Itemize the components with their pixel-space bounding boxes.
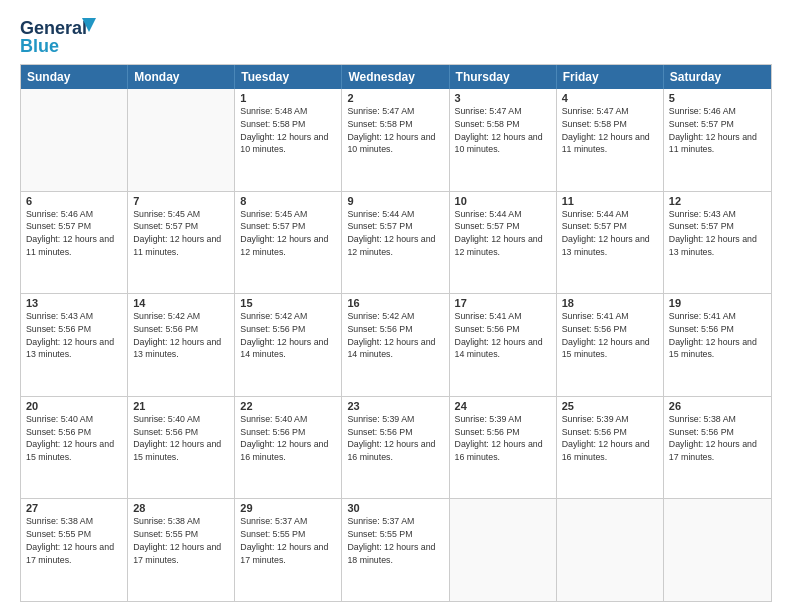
weekday-header: Wednesday [342, 65, 449, 89]
cell-detail: Sunrise: 5:40 AMSunset: 5:56 PMDaylight:… [240, 413, 336, 464]
day-number: 12 [669, 195, 766, 207]
day-number: 3 [455, 92, 551, 104]
calendar-cell: 16Sunrise: 5:42 AMSunset: 5:56 PMDayligh… [342, 294, 449, 396]
calendar-cell: 23Sunrise: 5:39 AMSunset: 5:56 PMDayligh… [342, 397, 449, 499]
day-number: 4 [562, 92, 658, 104]
calendar-cell [557, 499, 664, 601]
calendar-cell: 12Sunrise: 5:43 AMSunset: 5:57 PMDayligh… [664, 192, 771, 294]
day-number: 13 [26, 297, 122, 309]
calendar-cell: 18Sunrise: 5:41 AMSunset: 5:56 PMDayligh… [557, 294, 664, 396]
day-number: 29 [240, 502, 336, 514]
cell-detail: Sunrise: 5:42 AMSunset: 5:56 PMDaylight:… [240, 310, 336, 361]
cell-detail: Sunrise: 5:38 AMSunset: 5:55 PMDaylight:… [133, 515, 229, 566]
weekday-header: Friday [557, 65, 664, 89]
calendar-cell: 9Sunrise: 5:44 AMSunset: 5:57 PMDaylight… [342, 192, 449, 294]
calendar-cell: 13Sunrise: 5:43 AMSunset: 5:56 PMDayligh… [21, 294, 128, 396]
logo: GeneralBlue [20, 16, 100, 56]
calendar-row: 13Sunrise: 5:43 AMSunset: 5:56 PMDayligh… [21, 293, 771, 396]
calendar: SundayMondayTuesdayWednesdayThursdayFrid… [20, 64, 772, 602]
calendar-cell: 28Sunrise: 5:38 AMSunset: 5:55 PMDayligh… [128, 499, 235, 601]
weekday-header: Saturday [664, 65, 771, 89]
cell-detail: Sunrise: 5:39 AMSunset: 5:56 PMDaylight:… [455, 413, 551, 464]
calendar-row: 27Sunrise: 5:38 AMSunset: 5:55 PMDayligh… [21, 498, 771, 601]
svg-text:General: General [20, 18, 87, 38]
calendar-cell: 24Sunrise: 5:39 AMSunset: 5:56 PMDayligh… [450, 397, 557, 499]
logo-svg: GeneralBlue [20, 16, 100, 56]
day-number: 11 [562, 195, 658, 207]
cell-detail: Sunrise: 5:41 AMSunset: 5:56 PMDaylight:… [455, 310, 551, 361]
calendar-cell: 4Sunrise: 5:47 AMSunset: 5:58 PMDaylight… [557, 89, 664, 191]
calendar-cell: 25Sunrise: 5:39 AMSunset: 5:56 PMDayligh… [557, 397, 664, 499]
day-number: 21 [133, 400, 229, 412]
cell-detail: Sunrise: 5:43 AMSunset: 5:56 PMDaylight:… [26, 310, 122, 361]
page-header: GeneralBlue [20, 16, 772, 56]
day-number: 7 [133, 195, 229, 207]
day-number: 15 [240, 297, 336, 309]
day-number: 23 [347, 400, 443, 412]
calendar-cell: 17Sunrise: 5:41 AMSunset: 5:56 PMDayligh… [450, 294, 557, 396]
weekday-header: Tuesday [235, 65, 342, 89]
cell-detail: Sunrise: 5:39 AMSunset: 5:56 PMDaylight:… [347, 413, 443, 464]
calendar-header: SundayMondayTuesdayWednesdayThursdayFrid… [21, 65, 771, 89]
cell-detail: Sunrise: 5:39 AMSunset: 5:56 PMDaylight:… [562, 413, 658, 464]
weekday-header: Thursday [450, 65, 557, 89]
calendar-cell: 3Sunrise: 5:47 AMSunset: 5:58 PMDaylight… [450, 89, 557, 191]
cell-detail: Sunrise: 5:37 AMSunset: 5:55 PMDaylight:… [347, 515, 443, 566]
cell-detail: Sunrise: 5:42 AMSunset: 5:56 PMDaylight:… [347, 310, 443, 361]
day-number: 2 [347, 92, 443, 104]
day-number: 30 [347, 502, 443, 514]
svg-text:Blue: Blue [20, 36, 59, 56]
day-number: 24 [455, 400, 551, 412]
calendar-body: 1Sunrise: 5:48 AMSunset: 5:58 PMDaylight… [21, 89, 771, 601]
calendar-cell: 26Sunrise: 5:38 AMSunset: 5:56 PMDayligh… [664, 397, 771, 499]
day-number: 17 [455, 297, 551, 309]
day-number: 1 [240, 92, 336, 104]
calendar-cell: 6Sunrise: 5:46 AMSunset: 5:57 PMDaylight… [21, 192, 128, 294]
day-number: 8 [240, 195, 336, 207]
calendar-cell [664, 499, 771, 601]
day-number: 19 [669, 297, 766, 309]
calendar-cell [128, 89, 235, 191]
calendar-cell: 27Sunrise: 5:38 AMSunset: 5:55 PMDayligh… [21, 499, 128, 601]
cell-detail: Sunrise: 5:48 AMSunset: 5:58 PMDaylight:… [240, 105, 336, 156]
day-number: 16 [347, 297, 443, 309]
day-number: 6 [26, 195, 122, 207]
day-number: 25 [562, 400, 658, 412]
cell-detail: Sunrise: 5:41 AMSunset: 5:56 PMDaylight:… [562, 310, 658, 361]
cell-detail: Sunrise: 5:37 AMSunset: 5:55 PMDaylight:… [240, 515, 336, 566]
day-number: 20 [26, 400, 122, 412]
calendar-cell: 29Sunrise: 5:37 AMSunset: 5:55 PMDayligh… [235, 499, 342, 601]
cell-detail: Sunrise: 5:38 AMSunset: 5:56 PMDaylight:… [669, 413, 766, 464]
day-number: 10 [455, 195, 551, 207]
cell-detail: Sunrise: 5:44 AMSunset: 5:57 PMDaylight:… [562, 208, 658, 259]
cell-detail: Sunrise: 5:46 AMSunset: 5:57 PMDaylight:… [26, 208, 122, 259]
calendar-cell: 14Sunrise: 5:42 AMSunset: 5:56 PMDayligh… [128, 294, 235, 396]
cell-detail: Sunrise: 5:44 AMSunset: 5:57 PMDaylight:… [347, 208, 443, 259]
calendar-cell: 1Sunrise: 5:48 AMSunset: 5:58 PMDaylight… [235, 89, 342, 191]
calendar-cell [450, 499, 557, 601]
cell-detail: Sunrise: 5:47 AMSunset: 5:58 PMDaylight:… [562, 105, 658, 156]
calendar-cell: 22Sunrise: 5:40 AMSunset: 5:56 PMDayligh… [235, 397, 342, 499]
calendar-cell: 2Sunrise: 5:47 AMSunset: 5:58 PMDaylight… [342, 89, 449, 191]
calendar-cell: 10Sunrise: 5:44 AMSunset: 5:57 PMDayligh… [450, 192, 557, 294]
calendar-row: 6Sunrise: 5:46 AMSunset: 5:57 PMDaylight… [21, 191, 771, 294]
calendar-page: GeneralBlue SundayMondayTuesdayWednesday… [0, 0, 792, 612]
day-number: 5 [669, 92, 766, 104]
day-number: 18 [562, 297, 658, 309]
weekday-header: Monday [128, 65, 235, 89]
cell-detail: Sunrise: 5:40 AMSunset: 5:56 PMDaylight:… [26, 413, 122, 464]
cell-detail: Sunrise: 5:38 AMSunset: 5:55 PMDaylight:… [26, 515, 122, 566]
day-number: 9 [347, 195, 443, 207]
calendar-cell: 19Sunrise: 5:41 AMSunset: 5:56 PMDayligh… [664, 294, 771, 396]
calendar-row: 20Sunrise: 5:40 AMSunset: 5:56 PMDayligh… [21, 396, 771, 499]
day-number: 14 [133, 297, 229, 309]
day-number: 22 [240, 400, 336, 412]
weekday-header: Sunday [21, 65, 128, 89]
cell-detail: Sunrise: 5:45 AMSunset: 5:57 PMDaylight:… [133, 208, 229, 259]
calendar-cell: 5Sunrise: 5:46 AMSunset: 5:57 PMDaylight… [664, 89, 771, 191]
cell-detail: Sunrise: 5:43 AMSunset: 5:57 PMDaylight:… [669, 208, 766, 259]
cell-detail: Sunrise: 5:46 AMSunset: 5:57 PMDaylight:… [669, 105, 766, 156]
cell-detail: Sunrise: 5:47 AMSunset: 5:58 PMDaylight:… [347, 105, 443, 156]
calendar-cell: 15Sunrise: 5:42 AMSunset: 5:56 PMDayligh… [235, 294, 342, 396]
calendar-row: 1Sunrise: 5:48 AMSunset: 5:58 PMDaylight… [21, 89, 771, 191]
